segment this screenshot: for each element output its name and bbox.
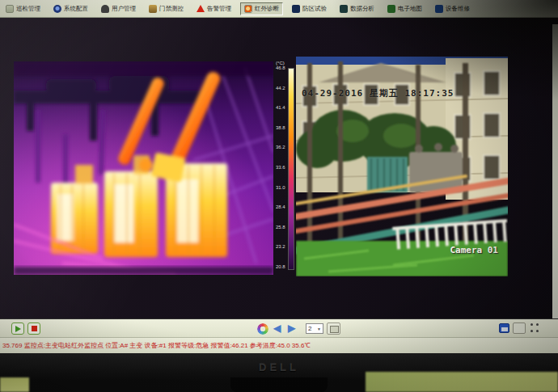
content-area: (°C) 46.8 44.2 41.4 38.8 36.2 33.6 31.0 … bbox=[0, 18, 558, 318]
previous-button[interactable]: ◀ bbox=[273, 323, 281, 334]
screen-edge-scrollbar[interactable] bbox=[552, 24, 558, 336]
map-icon bbox=[387, 5, 395, 13]
view-layout-button[interactable] bbox=[327, 322, 340, 335]
desk-background-left bbox=[0, 377, 29, 392]
chevron-down-icon: ▼ bbox=[317, 327, 321, 331]
tick-label: 38.8 bbox=[276, 125, 285, 130]
tick-label: 44.2 bbox=[276, 86, 285, 91]
toolbar-item-data-analysis[interactable]: 数据分析 bbox=[336, 2, 378, 15]
toolbar-item-infrared-diagnosis[interactable]: 红外诊断 bbox=[240, 2, 283, 15]
status-dots bbox=[531, 323, 539, 333]
toolbar-item-label: 设备维修 bbox=[446, 5, 470, 13]
gear-icon bbox=[53, 5, 61, 13]
monitor-photo: 巡检管理 系统配置 用户管理 门禁测控 告警管理 红外诊断 bbox=[0, 0, 558, 392]
infrared-icon bbox=[244, 5, 252, 13]
tick-label: 33.6 bbox=[276, 165, 285, 170]
alarm-status-text: 35.769 监控点:主变电站红外监控点 位置:A# 主变 设备:#1 报警等级… bbox=[2, 341, 311, 350]
window-monitor-icon[interactable] bbox=[499, 323, 509, 333]
toolbar-item-label: 门禁测控 bbox=[159, 5, 184, 13]
desk-background-right bbox=[366, 372, 558, 392]
toolbar-item-alarm-management[interactable]: 告警管理 bbox=[192, 2, 235, 15]
tick-label: 28.4 bbox=[276, 204, 285, 209]
toolbar-item-label: 电子地图 bbox=[398, 5, 422, 13]
application-window: 巡检管理 系统配置 用户管理 门禁测控 告警管理 红外诊断 bbox=[0, 0, 558, 353]
thermal-image-panel[interactable] bbox=[14, 61, 273, 275]
tick-label: 20.8 bbox=[276, 264, 285, 269]
toolbar-item-inspection[interactable]: 巡检管理 bbox=[2, 2, 44, 15]
temperature-gradient-bar bbox=[288, 68, 294, 270]
tick-label: 23.2 bbox=[276, 244, 285, 249]
shield-icon bbox=[292, 5, 300, 13]
toolbar-item-label: 巡检管理 bbox=[16, 5, 40, 13]
next-button[interactable]: ▶ bbox=[288, 323, 295, 334]
palette-color-wheel-icon[interactable] bbox=[257, 323, 268, 335]
toolbar-item-zone-test[interactable]: 防区试验 bbox=[288, 2, 331, 15]
clipboard-icon bbox=[6, 5, 14, 13]
toolbar-item-label: 数据分析 bbox=[350, 5, 374, 13]
tick-label: 31.0 bbox=[276, 185, 285, 190]
alarm-status-bar: 35.769 监控点:主变电站红外监控点 位置:A# 主变 设备:#1 报警等级… bbox=[0, 337, 558, 353]
toolbar-item-label: 防区试验 bbox=[302, 5, 327, 13]
camera-video-panel[interactable]: 04-29-2016 星期五 18:17:35 Camera 01 bbox=[296, 57, 508, 276]
user-icon bbox=[101, 5, 109, 13]
temperature-scale: (°C) 46.8 44.2 41.4 38.8 36.2 33.6 31.0 … bbox=[276, 61, 296, 275]
playback-toolbar: ◀ ▶ 2 ▼ bbox=[0, 318, 558, 337]
toolbar-item-label: 红外诊断 bbox=[255, 5, 279, 13]
chart-icon bbox=[340, 5, 348, 13]
play-icon bbox=[15, 326, 21, 332]
zoom-level-dropdown[interactable]: 2 ▼ bbox=[306, 323, 323, 334]
zoom-level-value: 2 bbox=[308, 325, 311, 332]
stop-icon bbox=[32, 326, 37, 331]
door-icon bbox=[149, 5, 157, 13]
toolbar-item-label: 用户管理 bbox=[112, 5, 136, 13]
temperature-tick-labels: 46.8 44.2 41.4 38.8 36.2 33.6 31.0 28.4 … bbox=[276, 65, 285, 269]
play-button[interactable] bbox=[11, 322, 24, 335]
toolbar-item-label: 告警管理 bbox=[207, 5, 231, 13]
book-icon bbox=[435, 5, 443, 13]
toolbar-item-equipment-maintenance[interactable]: 设备维修 bbox=[431, 2, 474, 15]
main-toolbar: 巡检管理 系统配置 用户管理 门禁测控 告警管理 红外诊断 bbox=[0, 0, 558, 18]
toolbar-item-user-management[interactable]: 用户管理 bbox=[97, 2, 140, 15]
camera-datetime-overlay: 04-29-2016 星期五 18:17:35 bbox=[302, 87, 454, 99]
thermal-image bbox=[14, 61, 273, 275]
stop-button[interactable] bbox=[27, 322, 40, 335]
toolbar-item-label: 系统配置 bbox=[64, 5, 88, 13]
toolbar-item-electronic-map[interactable]: 电子地图 bbox=[383, 2, 426, 15]
toolbar-item-access-control[interactable]: 门禁测控 bbox=[145, 2, 188, 15]
camera-name-overlay: Camera 01 bbox=[450, 245, 498, 255]
toolbar-item-system-config[interactable]: 系统配置 bbox=[49, 2, 92, 15]
tick-label: 36.2 bbox=[276, 145, 285, 150]
tick-label: 41.4 bbox=[276, 105, 285, 110]
monitor-stand bbox=[230, 377, 328, 392]
tick-label: 25.8 bbox=[276, 225, 285, 230]
alarm-triangle-icon bbox=[197, 5, 205, 12]
tick-label: 46.8 bbox=[276, 65, 285, 70]
panel-toggle-button[interactable] bbox=[513, 322, 526, 334]
